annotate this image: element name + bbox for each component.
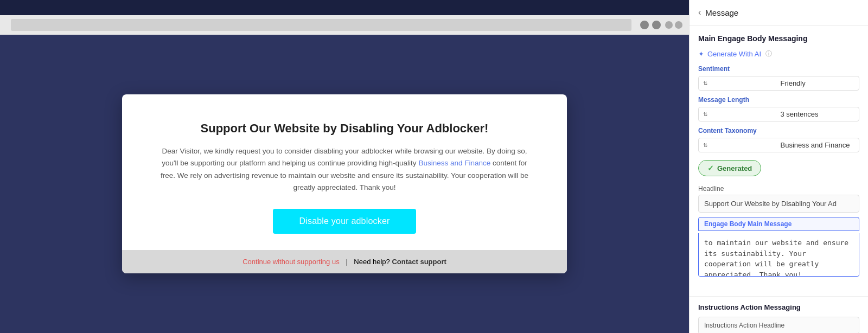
content-taxonomy-select[interactable]: ⇅ Business and Finance: [698, 138, 859, 152]
contact-support-link[interactable]: Contact support: [392, 258, 446, 266]
browser-content: Support Our Website by Disabling Your Ad…: [0, 35, 689, 333]
modal-description: Dear Visitor, we kindly request you to c…: [160, 145, 529, 194]
main-section: Main Engage Body Messaging ✦ Generate Wi…: [690, 25, 868, 292]
top-bar: [0, 0, 689, 15]
headline-input[interactable]: [698, 195, 859, 213]
modal-body: Support Our Website by Disabling Your Ad…: [122, 94, 567, 250]
address-bar: [11, 19, 631, 31]
headline-field-label: Headline: [698, 185, 859, 193]
body-message-textarea[interactable]: [698, 233, 859, 277]
ai-generate-label[interactable]: Generate With AI: [707, 50, 761, 58]
message-length-select[interactable]: ⇅ 3 sentences: [698, 107, 859, 121]
message-length-value: 3 sentences: [781, 110, 855, 118]
panel-header-title: Message: [705, 8, 738, 17]
disable-adblocker-button[interactable]: Disable your adblocker: [273, 209, 416, 234]
body-message-section: Engage Body Main Message: [698, 217, 859, 279]
chevron-icon-3: ⇅: [703, 142, 777, 148]
settings-panel: ‹ Message Main Engage Body Messaging ✦ G…: [689, 0, 868, 333]
generated-button[interactable]: ✓ Generated: [698, 160, 761, 176]
body-message-label: Engage Body Main Message: [698, 217, 859, 231]
circle-icon-1: [640, 21, 649, 29]
browser-chrome: [0, 15, 689, 35]
content-taxonomy-label: Content Taxonomy: [698, 127, 859, 135]
browser-panel: Support Our Website by Disabling Your Ad…: [0, 0, 689, 333]
browser-circles: [640, 21, 661, 29]
need-help-text: Need help?: [354, 258, 390, 266]
generated-label: Generated: [717, 164, 752, 172]
instructions-headline-label: Instructions Action Headline: [698, 317, 859, 333]
panel-header: ‹ Message: [690, 0, 868, 25]
separator: |: [346, 258, 349, 266]
instructions-section-title: Instructions Action Messaging: [698, 303, 859, 311]
sentiment-value: Friendly: [781, 79, 855, 87]
message-length-label: Message Length: [698, 96, 859, 104]
check-icon: ✓: [707, 164, 714, 172]
info-icon: ⓘ: [765, 49, 772, 59]
minimize-icon[interactable]: [665, 21, 673, 29]
close-icon[interactable]: [675, 21, 682, 29]
instructions-section: Instructions Action Messaging Instructio…: [690, 296, 868, 333]
circle-icon-2: [652, 21, 661, 29]
modal-footer: Continue without supporting us | Need he…: [122, 250, 567, 273]
continue-without-link[interactable]: Continue without supporting us: [242, 258, 340, 266]
modal-title: Support Our Website by Disabling Your Ad…: [155, 121, 534, 136]
sentiment-select[interactable]: ⇅ Friendly: [698, 76, 859, 91]
ai-sparkle-icon: ✦: [698, 50, 704, 58]
chevron-icon: ⇅: [703, 80, 777, 86]
back-arrow-icon[interactable]: ‹: [698, 8, 701, 17]
sentiment-label: Sentiment: [698, 65, 859, 73]
window-controls: [665, 21, 682, 29]
desc-highlight: Business and Finance: [418, 159, 490, 167]
chevron-icon-2: ⇅: [703, 111, 777, 117]
adblock-modal: Support Our Website by Disabling Your Ad…: [122, 94, 567, 273]
content-taxonomy-value: Business and Finance: [781, 141, 855, 149]
ai-generate-row: ✦ Generate With AI ⓘ: [698, 49, 859, 59]
main-section-title: Main Engage Body Messaging: [698, 34, 859, 43]
headline-section: Headline: [698, 185, 859, 213]
